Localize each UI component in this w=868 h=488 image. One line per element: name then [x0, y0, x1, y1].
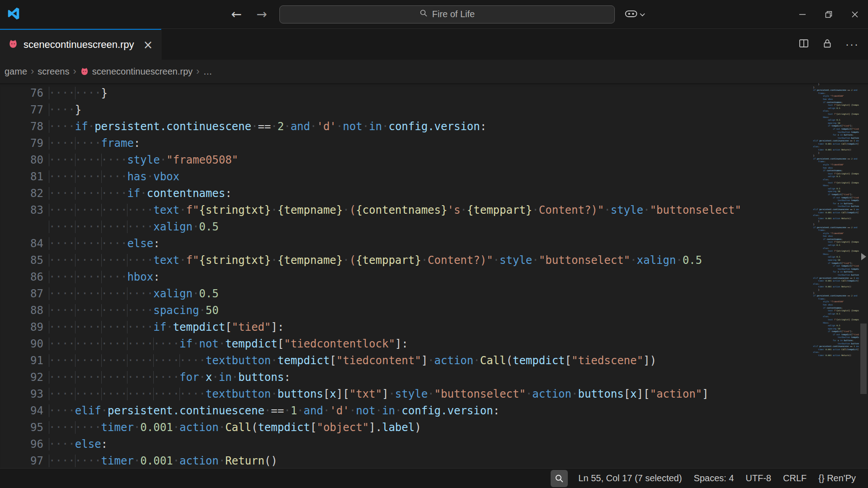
line-number[interactable]: 87: [0, 286, 43, 302]
line-number[interactable]: 95: [0, 419, 43, 436]
breadcrumb-item[interactable]: …: [203, 66, 212, 77]
minimap-line: ················spacing·50: [808, 190, 859, 193]
code-line[interactable]: ················xalign·0.5: [0, 219, 800, 235]
minimap-line: ················xalign·0.5: [808, 256, 859, 259]
line-number[interactable]: 76: [0, 85, 43, 102]
minimap-line: ············else:: [808, 315, 859, 319]
restore-button[interactable]: [816, 0, 842, 29]
line-number[interactable]: 82: [0, 185, 43, 202]
tab-scenecontinuescreen[interactable]: scenecontinuescreen.rpy ×: [0, 29, 161, 60]
line-number[interactable]: 78: [0, 118, 43, 135]
code-line[interactable]: 95········timer·0.001·action·Call(tempdi…: [0, 419, 800, 436]
breadcrumb-item[interactable]: screens: [38, 66, 69, 77]
status-cursor-position[interactable]: Ln 55, Col 17 (7 selected): [572, 473, 688, 483]
minimap-line: ········timer·0.001·action·Call(tempdict…: [808, 348, 859, 352]
code-line[interactable]: 86············hbox:: [0, 269, 800, 286]
breadcrumb-item[interactable]: scenecontinuescreen.rpy: [80, 66, 193, 77]
code-line[interactable]: 89················if·tempdict["tied"]:: [0, 319, 800, 336]
line-number[interactable]: 83: [0, 202, 43, 219]
line-number[interactable]: 88: [0, 302, 43, 319]
copilot-button[interactable]: [625, 9, 646, 20]
minimap-line: ················xalign·0.5: [808, 107, 859, 110]
code-line[interactable]: 83················text·f"{stringtxt}·{te…: [0, 202, 800, 219]
line-number[interactable]: 97: [0, 453, 43, 468]
line-number[interactable]: 84: [0, 235, 43, 252]
line-number[interactable]: 89: [0, 319, 43, 336]
line-number[interactable]: 96: [0, 436, 43, 453]
forward-button[interactable]: →: [254, 7, 269, 22]
status-bar: Ln 55, Col 17 (7 selected)Spaces: 4UTF-8…: [0, 468, 868, 488]
line-number[interactable]: 91: [0, 352, 43, 369]
editor[interactable]: 76········}77····}78····if·persistent.co…: [0, 83, 868, 468]
tab-close-icon[interactable]: ×: [143, 39, 153, 51]
code-text: ················text·f"{stringtxt}·{temp…: [49, 202, 741, 219]
vscode-window: ← → Fire of Life: [0, 0, 868, 488]
code-text: ····················for·x·in·buttons:: [49, 369, 291, 386]
code-line[interactable]: 97········timer·0.001·action·Return(): [0, 453, 800, 468]
breadcrumb-separator-icon: ›: [196, 66, 199, 77]
line-number[interactable]: [0, 219, 43, 235]
minimap-line: ····if·persistent.continuescene·==·2·and…: [808, 295, 859, 298]
code-line[interactable]: 78····if·persistent.continuescene·==·2·a…: [0, 118, 800, 135]
command-center-search[interactable]: Fire of Life: [279, 5, 615, 23]
line-number[interactable]: 85: [0, 252, 43, 269]
minimap-line: ····················for·x·in·buttons:: [808, 202, 859, 206]
minimap-line: ························textbutton·tempd…: [808, 199, 859, 202]
minimap[interactable]: ········}····}····if·persistent.continue…: [808, 83, 859, 468]
zoom-indicator[interactable]: [551, 470, 568, 487]
line-number[interactable]: 92: [0, 369, 43, 386]
minimap-line: ················text·f"{stringtxt}·{temp…: [808, 319, 859, 322]
minimap-line: ····················if·not·tempdict["tie…: [808, 265, 859, 268]
split-editor-icon[interactable]: [798, 38, 809, 51]
minimap-line: ····else:: [808, 351, 859, 354]
minimap-line: ············style·"frame0508": [808, 95, 859, 98]
code-line[interactable]: 94····elif·persistent.continuescene·==·1…: [0, 403, 800, 419]
scrollbar-thumb[interactable]: [860, 324, 867, 394]
code-line[interactable]: 79········frame:: [0, 135, 800, 152]
code-line[interactable]: 77····}: [0, 102, 800, 118]
back-button[interactable]: ←: [229, 7, 244, 22]
more-actions-icon[interactable]: ···: [845, 38, 859, 51]
code-line[interactable]: 84············else:: [0, 235, 800, 252]
line-number[interactable]: 81: [0, 169, 43, 185]
status-encoding[interactable]: UTF-8: [740, 473, 777, 483]
minimap-line: ············has·vbox: [808, 235, 859, 238]
code-line[interactable]: 85················text·f"{stringtxt}·{te…: [0, 252, 800, 269]
status-eol[interactable]: CRLF: [777, 473, 812, 483]
code-line[interactable]: 76········}: [0, 85, 800, 102]
code-line[interactable]: 92····················for·x·in·buttons:: [0, 369, 800, 386]
chevron-down-icon: [639, 10, 646, 19]
line-number[interactable]: 86: [0, 269, 43, 286]
code-line[interactable]: 87················xalign·0.5: [0, 286, 800, 302]
minimap-line: ····}: [808, 86, 859, 89]
scrollbar[interactable]: [859, 83, 868, 468]
breadcrumb-item[interactable]: game: [5, 66, 27, 77]
line-number[interactable]: 80: [0, 152, 43, 169]
minimap-line: ····else:: [808, 214, 859, 217]
code-line[interactable]: 96····else:: [0, 436, 800, 453]
line-number[interactable]: 93: [0, 386, 43, 403]
code-line[interactable]: 93························textbutton·but…: [0, 386, 800, 403]
minimap-line: ················xalign·0.5: [808, 244, 859, 247]
code-text: ····}: [49, 102, 81, 118]
line-number[interactable]: 94: [0, 403, 43, 419]
code-line[interactable]: 80············style·"frame0508": [0, 152, 800, 169]
code-area[interactable]: 76········}77····}78····if·persistent.co…: [0, 85, 800, 468]
code-line[interactable]: 88················spacing·50: [0, 302, 800, 319]
code-line[interactable]: 81············has·vbox: [0, 169, 800, 185]
minimap-line: ················xalign·0.5: [808, 313, 859, 316]
minimap-line: ········frame:: [808, 92, 859, 95]
line-number[interactable]: 77: [0, 102, 43, 118]
line-number[interactable]: 90: [0, 336, 43, 352]
code-line[interactable]: 90····················if·not·tempdict["t…: [0, 336, 800, 352]
minimap-line: ············if·contentnames:: [808, 307, 859, 310]
code-line[interactable]: 82············if·contentnames:: [0, 185, 800, 202]
status-indentation[interactable]: Spaces: 4: [688, 473, 740, 483]
code-text: ····elif·persistent.continuescene·==·1·a…: [49, 403, 500, 419]
line-number[interactable]: 79: [0, 135, 43, 152]
code-line[interactable]: 91························textbutton·tem…: [0, 352, 800, 369]
status-language-mode[interactable]: {} Ren'Py: [812, 473, 862, 483]
close-button[interactable]: [842, 0, 868, 29]
minimize-button[interactable]: [789, 0, 816, 29]
lock-icon[interactable]: [822, 38, 833, 51]
